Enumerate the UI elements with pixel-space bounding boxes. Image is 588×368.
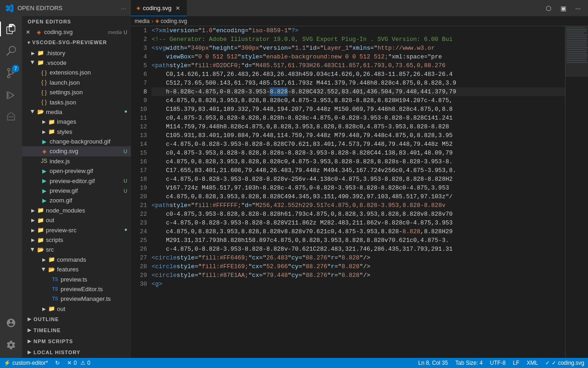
line-num-5: 5 [131, 61, 147, 70]
line-num-16: 16 [131, 157, 147, 166]
line-num-18: 18 [131, 175, 147, 184]
code-line-26: c-4.875,0-8.828-3.953-8.828-8.828v-70.62… [152, 245, 565, 253]
vscode-svg-previewer-header[interactable]: ▾ VSCODE-SVG-PREVIEWER [22, 37, 131, 48]
status-validation[interactable]: ✓ ✓ coding.svg [542, 358, 588, 368]
timeline-header[interactable]: ▶ TIMELINE [22, 325, 131, 336]
activity-explorer[interactable] [0, 18, 22, 40]
folder-history-label: .history [46, 50, 127, 57]
coding-svg-badge: U [124, 149, 127, 154]
more-actions-icon[interactable]: ··· [571, 2, 584, 15]
activity-settings[interactable] [0, 334, 22, 356]
status-errors[interactable]: ✕ 0 ⚠ 0 [63, 358, 94, 368]
folder-history[interactable]: ▶ 📁 .history [22, 48, 131, 58]
file-preview-editor-ts[interactable]: TS previewEditor.ts [22, 284, 131, 294]
open-editors-header[interactable]: OPEN EDITORS [22, 16, 131, 27]
file-open-preview-gif[interactable]: ▶ open-preview.gif [22, 166, 131, 176]
code-line-11: c0,4.875-3.953,8.828-8.828,8.828h-8.828c… [152, 114, 565, 122]
file-change-background-gif[interactable]: ▶ change-background.gif [22, 137, 131, 146]
editor-area: media › ◈ coding.svg 1 2 3 4 5 6 7 8 9 1… [131, 16, 588, 358]
line-num-28: 28 [131, 262, 147, 271]
folder-preview-src-icon: 📁 [37, 226, 44, 234]
preview-editor-gif-badge: U [124, 178, 127, 184]
split-editor-icon[interactable]: ⬡ [542, 2, 555, 15]
folder-preview-src[interactable]: ▶ 📁 preview-src • [22, 225, 131, 235]
status-line-ending[interactable]: LF [509, 358, 523, 368]
gif4-file-icon: ▶ [40, 187, 48, 195]
line-num-30: 30 [131, 280, 147, 288]
local-history-header[interactable]: ▶ LOCAL HISTORY [22, 347, 131, 358]
file-zoom-gif[interactable]: ▶ zoom.gif [22, 196, 131, 205]
title-bar-actions: ⬡ ▣ ··· [538, 2, 588, 15]
status-language[interactable]: XML [523, 358, 542, 368]
file-preview-manager-ts[interactable]: TS previewManager.ts [22, 294, 131, 304]
breadcrumb-coding-svg[interactable]: coding.svg [161, 18, 187, 24]
file-tasks-json[interactable]: { } tasks.json [22, 97, 131, 107]
gif5-file-icon: ▶ [40, 197, 48, 204]
folder-out-top[interactable]: ▶ 📁 out [22, 215, 131, 225]
tab-close-button[interactable]: ✕ [174, 5, 181, 12]
file-preview-editor-gif[interactable]: ▶ preview-editor.gif U [22, 176, 131, 185]
file-launch-json[interactable]: { } launch.json [22, 78, 131, 87]
status-cursor-pos[interactable]: Ln 8, Col 35 [415, 358, 452, 368]
folder-vscode-label: .vscode [46, 59, 127, 66]
arrow-preview-src-icon: ▶ [29, 226, 37, 234]
activity-source-control[interactable]: 7 [0, 62, 22, 84]
folder-vscode[interactable]: ▶ 📁 .vscode [22, 58, 131, 68]
outline-header[interactable]: ▶ OUTLINE [22, 314, 131, 325]
line-ending-text: LF [513, 360, 520, 366]
file-coding-svg[interactable]: ◈ coding.svg U [22, 146, 131, 156]
code-line-2: <!-- Generator: Adobe Illustrator 19.0.0… [152, 35, 565, 44]
npm-scripts-label: NPM SCRIPTS [34, 339, 73, 344]
breadcrumb-media[interactable]: media [135, 18, 150, 24]
line-num-6: 6 [131, 70, 147, 79]
customize-layout-icon[interactable]: ▣ [557, 2, 570, 15]
folder-node-modules[interactable]: ▶ 📁 node_modules [22, 206, 131, 215]
code-line-14: c-4.875,0-8.828-3.953-8.828-8.828C70.621… [152, 140, 565, 149]
folder-styles[interactable]: ▶ 📁 styles [22, 127, 131, 137]
tab-coding-svg[interactable]: ◈ coding.svg ✕ [131, 0, 187, 16]
file-preview-gif[interactable]: ▶ preview.gif U [22, 186, 131, 196]
folder-src[interactable]: ▶ 📂 src [22, 245, 131, 254]
cursor-pos-text: Ln 8, Col 35 [418, 360, 448, 366]
npm-scripts-header[interactable]: ▶ NPM SCRIPTS [22, 336, 131, 347]
arrow-images-icon: ▶ [40, 118, 48, 126]
status-encoding[interactable]: UTF-8 [486, 358, 509, 368]
activity-extensions[interactable] [0, 106, 22, 128]
file-preview-gif-label: preview.gif [50, 187, 122, 194]
folder-out-src[interactable]: ▶ 📁 out [22, 304, 131, 314]
folder-out-src-icon: 📁 [48, 305, 55, 312]
status-sync[interactable]: ↻ [51, 358, 63, 368]
file-settings-json[interactable]: { } settings.json [22, 87, 131, 97]
folder-commands[interactable]: ▶ 📁 commands [22, 255, 131, 264]
open-editor-coding-svg[interactable]: ✕ ◈ coding.svg media U [22, 27, 131, 37]
folder-media[interactable]: ▶ 📂 media • [22, 107, 131, 117]
file-index-js[interactable]: JS index.js [22, 156, 131, 166]
activity-accounts[interactable] [0, 312, 22, 334]
svg-file-icon: ◈ [35, 29, 42, 36]
gif2-file-icon: ▶ [40, 167, 48, 175]
file-index-js-label: index.js [50, 158, 127, 165]
status-branch[interactable]: ⚡ custom-editor* [0, 358, 51, 368]
explorer-more-icon[interactable]: ··· [121, 5, 126, 12]
status-tab-size[interactable]: Tab Size: 4 [452, 358, 486, 368]
code-line-5: <path style="fill:#D2DCF0;" d="M485.517,… [152, 61, 565, 70]
code-line-20: c4.875,0,8.828,3.953,8.828,8.828C494.345… [152, 192, 565, 201]
folder-scripts[interactable]: ▶ 📁 scripts [22, 235, 131, 245]
code-line-1: <?xml version="1.0" encoding="iso-8859-1… [152, 26, 565, 35]
folder-images[interactable]: ▶ 📁 images [22, 117, 131, 126]
file-preview-ts-label: preview.ts [61, 276, 127, 283]
file-preview-ts[interactable]: TS preview.ts [22, 274, 131, 284]
folder-node-modules-icon: 📁 [37, 207, 44, 214]
code-line-28: <circle style="fill:#FFE169;" cx="52.966… [152, 262, 565, 271]
line-num-21: 21 [131, 201, 147, 210]
close-editor-icon[interactable]: ✕ [26, 27, 34, 37]
json4-file-icon: { } [40, 98, 48, 106]
folder-features[interactable]: ▶ 📂 features [22, 264, 131, 274]
code-line-6: C0,14.626,11.857,26.483,26.483,26.483h45… [152, 70, 565, 79]
file-extensions-json[interactable]: { } extensions.json [22, 68, 131, 77]
activity-search[interactable] [0, 40, 22, 62]
line-num-10: 10 [131, 105, 147, 114]
code-content[interactable]: <?xml version="1.0" encoding="iso-8859-1… [152, 26, 565, 358]
activity-run[interactable] [0, 84, 22, 106]
line-num-2: 2 [131, 35, 147, 44]
